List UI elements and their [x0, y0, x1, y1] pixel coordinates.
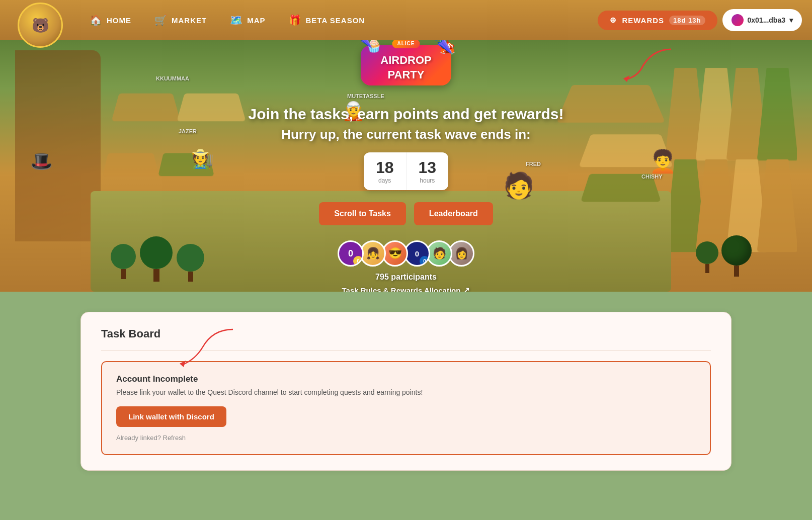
task-rules-text: Task Rules & Rewards Allocation [342, 286, 461, 292]
sidebar-item-beta-season[interactable]: 🎁 BETA SEASON [280, 10, 374, 30]
chevron-down-icon: ▾ [789, 16, 793, 24]
hero-title-line1: Join the tasks, earn points and get rewa… [230, 106, 582, 123]
map-icon: 🗺️ [230, 14, 243, 26]
account-incomplete-banner: Account Incomplete Please link your wall… [101, 361, 711, 455]
rewards-label: REWARDS [622, 16, 664, 25]
nav-home-label: HOME [107, 16, 131, 25]
account-incomplete-desc: Please link your wallet to the Quest Dis… [116, 388, 696, 396]
timer-days-value: 18 [376, 158, 394, 177]
nav-links: 🏠 HOME 🛒 MARKET 🗺️ MAP 🎁 BETA SEASON [80, 10, 598, 30]
sidebar-item-market[interactable]: 🛒 MARKET [145, 10, 216, 30]
timer-hours-label: hours [419, 177, 437, 184]
nav-beta-label: BETA SEASON [306, 16, 365, 25]
hero-content: ALICE AIRDROP PARTY 🌂 🧁 Join the tasks, … [230, 45, 582, 292]
participants-avatars: 0 0 👧 😎 0 0 🧑 👩 [230, 240, 582, 267]
wallet-icon [732, 14, 744, 26]
nav-map-label: MAP [247, 16, 265, 25]
hero-title-line2: Hurry up, the current task wave ends in: [230, 127, 582, 142]
already-linked-link[interactable]: Already linked? Refresh [116, 434, 186, 442]
character-chishy: 🧑‍🦱 [649, 148, 677, 175]
sidebar-item-home[interactable]: 🏠 HOME [80, 10, 140, 30]
lower-section: Task Board Account Incomplete Please lin… [0, 292, 812, 520]
task-rules-link[interactable]: Task Rules & Rewards Allocation ↗ [342, 286, 470, 292]
timer-hours: 13 hours [407, 152, 449, 190]
navbar: 🐻 🏠 HOME 🛒 MARKET 🗺️ MAP 🎁 BETA SEASON ⊕… [0, 0, 812, 40]
market-icon: 🛒 [154, 14, 168, 26]
link-discord-button[interactable]: Link wallet with Discord [116, 406, 226, 427]
plus-icon: ⊕ [610, 16, 617, 25]
avatar-4-badge: 0 [420, 256, 430, 266]
sidebar-item-map[interactable]: 🗺️ MAP [221, 10, 274, 30]
character-name-kkuummaa: KKUUMMAA [156, 75, 189, 81]
rewards-button[interactable]: ⊕ REWARDS 18d 13h [598, 11, 717, 30]
airdrop-logo: ALICE AIRDROP PARTY 🌂 🧁 [361, 45, 451, 85]
annotation-arrow [611, 44, 681, 86]
timer-days-label: days [376, 177, 394, 184]
hero-section: KKUUMMAA MUTETASSLE JAZER FRED CHISHY 🧑‍… [0, 0, 812, 292]
scroll-to-tasks-button[interactable]: Scroll to Tasks [319, 202, 406, 225]
app-logo[interactable]: 🐻 [18, 3, 63, 48]
character-left: 🎩 [30, 151, 53, 172]
alice-badge: ALICE [392, 39, 420, 48]
card-divider [101, 351, 711, 351]
account-incomplete-title: Account Incomplete [116, 374, 696, 384]
task-board-title: Task Board [101, 327, 711, 340]
rewards-timer-badge: 18d 13h [669, 16, 705, 25]
logo-area: 🐻 [10, 0, 70, 48]
svg-marker-1 [180, 361, 186, 367]
external-link-icon: ↗ [463, 286, 470, 292]
character-jazer: 🧑‍🌾 [191, 148, 214, 169]
hero-buttons: Scroll to Tasks Leaderboard [230, 202, 582, 225]
timer-days: 18 days [364, 152, 407, 190]
participants-count: 795 participants [230, 273, 582, 282]
gift-icon: 🎁 [289, 14, 302, 26]
nav-market-label: MARKET [172, 16, 207, 25]
wallet-button[interactable]: 0x01...dba3 ▾ [722, 9, 802, 31]
character-name-jazer: JAZER [179, 128, 197, 134]
timer-hours-value: 13 [419, 158, 437, 177]
avatar-1-badge: 0 [353, 256, 363, 266]
wallet-address: 0x01...dba3 [748, 16, 786, 24]
countdown-timer: 18 days 13 hours [364, 152, 448, 190]
home-icon: 🏠 [90, 14, 103, 26]
avatar-1: 0 0 [338, 240, 364, 267]
leaderboard-button[interactable]: Leaderboard [414, 202, 493, 225]
task-board-card: Task Board Account Incomplete Please lin… [80, 312, 732, 471]
